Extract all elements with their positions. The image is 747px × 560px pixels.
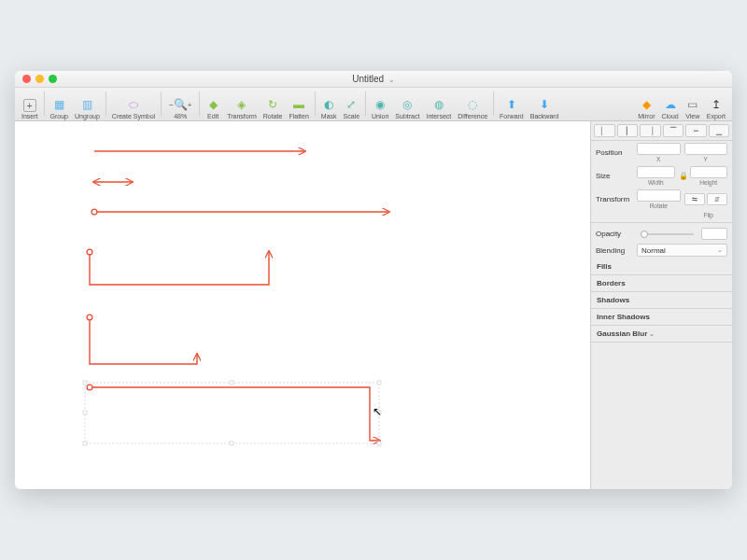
window-title[interactable]: Untitled ⌄ [352,74,395,84]
plus-icon: + [23,99,36,112]
insert-button[interactable]: +Insert [19,88,41,119]
position-row: Position X Y [591,141,732,164]
selection-handles [83,381,381,445]
intersect-button[interactable]: ◍Intersect [423,88,454,119]
separator [493,91,494,116]
zoom-button[interactable] [49,75,57,83]
edit-icon: ◆ [205,97,220,112]
separator [365,91,366,116]
transform-icon: ◈ [234,97,249,112]
svg-rect-4 [85,383,379,443]
borders-section[interactable]: Borders [591,275,732,292]
rotate-input[interactable] [637,189,681,202]
subtract-button[interactable]: ◎Subtract [392,88,422,119]
svg-rect-11 [230,441,233,445]
chevron-down-icon: ⌄ [388,76,395,84]
x-input[interactable] [637,143,681,155]
inner-shadows-section[interactable]: Inner Shadows [591,309,732,326]
edit-button[interactable]: ◆Edit [203,88,223,119]
close-button[interactable] [22,75,31,83]
chevron-icon: ⌄ [649,330,655,337]
flatten-button[interactable]: ▬Flatten [286,88,311,119]
toolbar: +Insert ▦Group ▥Ungroup ⬭Create Symbol −… [15,88,732,121]
create-symbol-button[interactable]: ⬭Create Symbol [109,88,158,119]
scale-icon: ⤢ [344,97,359,112]
transform-label: Transform [596,195,633,203]
backward-icon: ⬇ [537,97,552,112]
flip-h-button[interactable]: ⇋ [684,193,705,205]
svg-rect-9 [377,411,381,414]
union-icon: ◉ [373,97,388,112]
transform-button[interactable]: ◈Transform [224,88,260,119]
magnify-icon: − 🔍 + [167,97,193,112]
intersect-icon: ◍ [431,97,446,112]
align-controls: ▏ ┃ ▕ ▔ ━ ▁ [591,121,732,141]
blending-select[interactable]: Normal⌄ [637,244,727,257]
align-center-button[interactable]: ┃ [617,124,639,137]
separator [199,91,200,116]
canvas[interactable]: ↖ [15,121,590,489]
difference-button[interactable]: ◌Difference [455,88,490,119]
cloud-icon: ☁ [663,97,678,112]
traffic-lights [22,75,57,83]
forward-icon: ⬆ [504,97,519,112]
transform-row: Transform Rotate ⇋⇵ [591,188,732,211]
svg-rect-12 [377,441,381,445]
minimize-button[interactable] [35,75,44,83]
separator [44,91,45,116]
rotate-button[interactable]: ↻Rotate [261,88,286,119]
inspector-panel: ▏ ┃ ▕ ▔ ━ ▁ Position X Y Size Width 🔒 He… [590,121,732,489]
svg-rect-5 [83,381,87,385]
scale-button[interactable]: ⤢Scale [341,88,363,119]
flatten-icon: ▬ [291,97,306,112]
cloud-button[interactable]: ☁Cloud [658,88,681,119]
y-input[interactable] [684,143,728,155]
width-input[interactable] [637,166,675,178]
height-input[interactable] [690,166,728,178]
ungroup-button[interactable]: ▥Ungroup [72,88,103,119]
union-button[interactable]: ◉Union [369,88,391,119]
align-middle-button[interactable]: ━ [685,124,707,137]
export-icon: ↥ [709,97,724,112]
difference-icon: ◌ [465,97,480,112]
size-label: Size [596,172,633,180]
zoom-control[interactable]: − 🔍 +48% [164,88,196,119]
opacity-label: Opacity [596,230,633,238]
opacity-input[interactable] [701,228,727,240]
mask-button[interactable]: ◐Mask [318,88,340,119]
opacity-row: Opacity [591,226,732,242]
blending-label: Blending [596,246,633,255]
mirror-button[interactable]: ◆Mirror [635,88,657,119]
separator [315,91,316,116]
lock-icon[interactable]: 🔒 [679,172,686,180]
align-bottom-button[interactable]: ▁ [709,124,730,137]
align-right-button[interactable]: ▕ [640,124,661,137]
gaussian-blur-section[interactable]: Gaussian Blur ⌄ [591,326,732,343]
group-button[interactable]: ▦Group [48,88,71,119]
mask-icon: ◐ [321,97,336,112]
svg-rect-7 [377,381,381,385]
position-label: Position [596,148,633,157]
subtract-icon: ◎ [400,97,415,112]
view-button[interactable]: ▭View [683,88,703,119]
select-chevron-icon: ⌄ [717,246,723,254]
view-icon: ▭ [685,97,700,112]
forward-button[interactable]: ⬆Forward [497,88,527,119]
symbol-icon: ⬭ [126,97,141,112]
blending-row: Blending Normal⌄ [591,242,732,259]
size-row: Size Width 🔒 Height [591,164,732,188]
body: ↖ ▏ ┃ ▕ ▔ ━ ▁ Position X Y Size Width 🔒 … [15,121,732,489]
opacity-slider[interactable] [641,233,694,235]
flip-v-button[interactable]: ⇵ [707,193,727,205]
canvas-svg [15,121,590,489]
title-text: Untitled [352,74,384,84]
divider [591,222,732,223]
shadows-section[interactable]: Shadows [591,292,732,309]
export-button[interactable]: ↥Export [704,88,728,119]
ungroup-icon: ▥ [79,97,94,112]
backward-button[interactable]: ⬇Backward [528,88,562,119]
fills-section[interactable]: Fills [591,259,732,275]
align-top-button[interactable]: ▔ [663,124,684,137]
app-window: Untitled ⌄ +Insert ▦Group ▥Ungroup ⬭Crea… [15,71,732,489]
align-left-button[interactable]: ▏ [594,124,615,137]
